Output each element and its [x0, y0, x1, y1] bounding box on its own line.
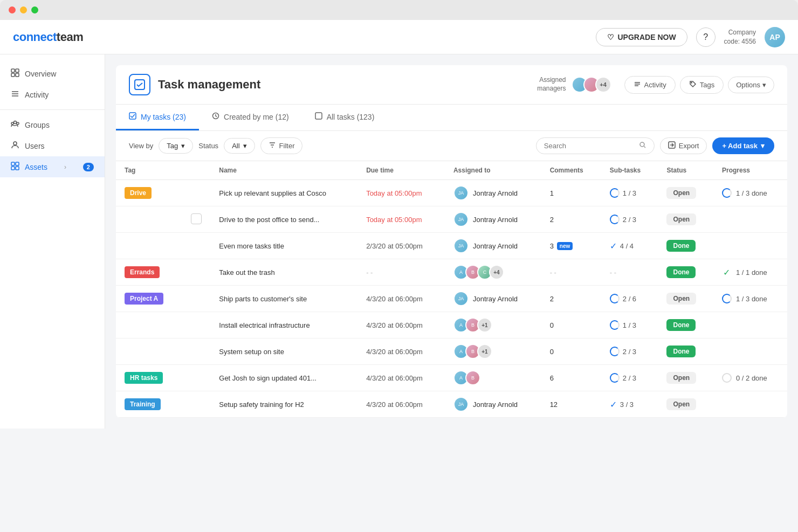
assignee-cell: JAJontray Arnold [453, 212, 533, 227]
status-dropdown[interactable]: All ▾ [224, 138, 254, 154]
cell-name[interactable]: Setup safety training for H2 [210, 391, 357, 418]
cell-tag [116, 338, 182, 365]
help-icon: ? [703, 32, 708, 42]
maximize-dot[interactable] [31, 6, 38, 13]
cell-name[interactable]: Pick up relevant supplies at Cosco [210, 180, 357, 206]
cell-name[interactable]: Ship parts to customer's site [210, 286, 357, 312]
filter-btn-label: Filter [279, 142, 295, 150]
window-chrome [0, 0, 798, 20]
cell-checkbox[interactable] [182, 206, 210, 233]
cell-subtasks: 1 / 3 [601, 180, 658, 206]
cell-due-time: - - [357, 259, 445, 286]
sidebar-section-2: Groups Users [0, 109, 105, 177]
tags-btn-label: Tags [700, 81, 714, 89]
tags-button[interactable]: Tags [680, 76, 724, 94]
cell-comments: 3 new [541, 233, 601, 259]
sidebar-item-activity[interactable]: Activity [0, 84, 105, 105]
comment-count: 2 [550, 295, 554, 303]
svg-point-8 [11, 122, 13, 125]
chevron-down-icon: ▾ [181, 142, 185, 150]
task-management-header: Task management Assigned managers +4 [116, 65, 787, 105]
add-task-button[interactable]: + Add task ▾ [712, 137, 774, 154]
comment-count: 6 [550, 374, 554, 382]
col-checkbox [182, 161, 210, 180]
cell-comments: - - [541, 259, 601, 286]
tag-badge: Drive [125, 187, 152, 199]
user-avatar[interactable]: AP [765, 27, 785, 47]
assignee-avatars: AB [453, 370, 480, 385]
subtask-cell: 2 / 6 [610, 294, 650, 303]
cell-checkbox [182, 233, 210, 259]
assets-badge: 2 [83, 163, 94, 171]
col-comments: Comments [541, 161, 601, 180]
options-button[interactable]: Options ▾ [728, 77, 774, 93]
cell-tag: Project A [116, 286, 182, 312]
assignee-avatars: JA [453, 238, 469, 253]
cell-progress: ✓1 / 1 done [713, 259, 787, 286]
cell-name[interactable]: Get Josh to sign updated 401... [210, 365, 357, 391]
assignee-cell: ABC+4 [453, 265, 533, 280]
cell-due-time: 4/3/20 at 06:00pm [357, 365, 445, 391]
close-dot[interactable] [9, 6, 16, 13]
subtasks-dashes: - - [610, 268, 616, 277]
svg-point-19 [691, 82, 692, 82]
sidebar-activity-label: Activity [25, 91, 49, 99]
cell-checkbox [182, 338, 210, 365]
cell-comments: 1 [541, 180, 601, 206]
table-row: System setup on site4/3/20 at 06:00pmAB+… [116, 338, 787, 365]
row-checkbox[interactable] [191, 213, 202, 224]
tag-icon [689, 80, 697, 89]
cell-progress [713, 206, 787, 233]
cell-checkbox [182, 259, 210, 286]
cell-name[interactable]: Even more tasks title [210, 233, 357, 259]
table-row: Install electrical infrastructure4/3/20 … [116, 312, 787, 338]
sidebar-item-assets[interactable]: Assets › 2 [0, 156, 105, 177]
tab-my-tasks[interactable]: My tasks (23) [116, 105, 199, 130]
cell-name[interactable]: Take out the trash [210, 259, 357, 286]
cell-comments: 2 [541, 206, 601, 233]
table-row: Project AShip parts to customer's site4/… [116, 286, 787, 312]
options-label: Options [736, 81, 760, 89]
cell-comments: 0 [541, 312, 601, 338]
search-box[interactable] [536, 137, 655, 154]
svg-rect-3 [16, 73, 19, 77]
activity-button[interactable]: Activity [624, 76, 676, 94]
cell-comments: 6 [541, 365, 601, 391]
svg-point-7 [14, 121, 17, 124]
search-input[interactable] [544, 142, 636, 150]
tab-all-tasks[interactable]: All tasks (123) [302, 105, 388, 130]
due-time-value: 4/3/20 at 06:00pm [366, 374, 423, 382]
chevron-down-icon: ▾ [761, 142, 765, 150]
assignee-name: Jontray Arnold [473, 189, 518, 197]
cell-tag: HR tasks [116, 365, 182, 391]
company-code: code: 4556 [724, 37, 756, 46]
subtask-value: 1 / 3 [623, 189, 636, 197]
status-badge: Open [666, 187, 696, 199]
tab-created-by-me[interactable]: Created by me (12) [199, 105, 302, 130]
export-button[interactable]: Export [660, 137, 707, 154]
cell-name[interactable]: Install electrical infrastructure [210, 312, 357, 338]
assignee-name: Jontray Arnold [473, 216, 518, 224]
cell-comments: 0 [541, 338, 601, 365]
cell-name[interactable]: System setup on site [210, 338, 357, 365]
help-button[interactable]: ? [696, 27, 716, 47]
upgrade-button[interactable]: ♡ UPGRADE NOW [596, 28, 687, 46]
cell-name[interactable]: Drive to the post office to send... [210, 206, 357, 233]
table-row: HR tasksGet Josh to sign updated 401...4… [116, 365, 787, 391]
comment-count: 3 [550, 242, 554, 250]
sidebar-item-overview[interactable]: Overview [0, 63, 105, 84]
sidebar-item-users[interactable]: Users [0, 135, 105, 156]
sidebar-item-groups[interactable]: Groups [0, 114, 105, 135]
assets-icon [11, 162, 19, 172]
cell-status: Open [658, 391, 713, 418]
comment-cell: 3 new [550, 242, 593, 250]
sidebar-arrow-icon: › [64, 163, 66, 171]
view-by-dropdown[interactable]: Tag ▾ [159, 138, 193, 154]
cell-due-time: Today at 05:00pm [357, 206, 445, 233]
minimize-dot[interactable] [20, 6, 27, 13]
cell-due-time: Today at 05:00pm [357, 180, 445, 206]
filter-button[interactable]: Filter [260, 137, 303, 154]
status-badge: Open [666, 372, 696, 384]
cell-status: Done [658, 312, 713, 338]
cell-comments: 12 [541, 391, 601, 418]
